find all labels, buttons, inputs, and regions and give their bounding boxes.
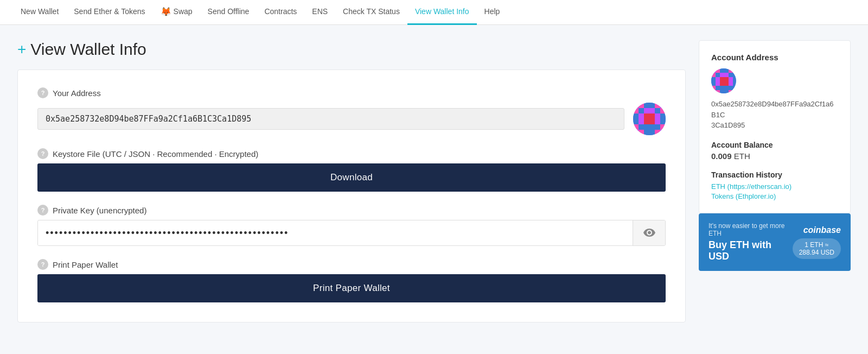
svg-rect-22: [649, 119, 655, 124]
navigation: New Wallet Send Ether & Tokens 🦊Swap Sen…: [0, 0, 868, 25]
svg-rect-34: [649, 130, 655, 135]
svg-rect-32: [639, 130, 644, 135]
svg-rect-10: [649, 108, 655, 113]
tx-eth-link[interactable]: ETH (https://etherscan.io): [711, 182, 838, 191]
keystore-field-row: ? Keystore File (UTC / JSON · Recommende…: [37, 148, 666, 192]
coinbase-banner[interactable]: It's now easier to get more ETH Buy ETH …: [699, 213, 851, 271]
main-section: + View Wallet Info ? Your Address: [17, 40, 686, 329]
svg-rect-3: [644, 103, 649, 108]
nav-swap[interactable]: 🦊Swap: [153, 0, 200, 25]
svg-rect-9: [644, 108, 649, 113]
page-title-row: + View Wallet Info: [17, 40, 686, 59]
svg-rect-2: [639, 103, 644, 108]
svg-rect-4: [649, 103, 655, 108]
nav-ens[interactable]: ENS: [304, 0, 335, 25]
tx-tokens-link[interactable]: Tokens (Ethplorer.io): [711, 192, 838, 200]
svg-rect-36: [660, 130, 666, 135]
svg-rect-28: [649, 124, 655, 130]
paper-wallet-label: Print Paper Wallet: [53, 260, 118, 269]
nav-view-wallet[interactable]: View Wallet Info: [407, 0, 477, 25]
svg-rect-13: [633, 113, 639, 119]
print-paper-wallet-button[interactable]: Print Paper Wallet: [37, 274, 666, 302]
address-input[interactable]: [37, 108, 624, 130]
keystore-help-icon[interactable]: ?: [37, 148, 48, 159]
svg-rect-20: [639, 119, 644, 124]
address-help-icon[interactable]: ?: [37, 87, 48, 98]
plus-icon: +: [17, 42, 26, 57]
private-key-dots: ••••••••••••••••••••••••••••••••••••••••…: [38, 221, 633, 245]
address-input-row: [37, 103, 666, 135]
account-balance-title: Account Balance: [711, 141, 838, 149]
identicon-large: [633, 103, 666, 135]
address-label: Your Address: [53, 88, 101, 98]
address-label-row: ? Your Address: [37, 87, 666, 98]
page-content: + View Wallet Info ? Your Address: [0, 25, 868, 344]
toggle-private-key-button[interactable]: [633, 220, 665, 245]
svg-rect-14: [639, 113, 644, 119]
svg-rect-11: [655, 108, 660, 113]
svg-rect-24: [660, 119, 666, 124]
svg-rect-30: [660, 124, 666, 130]
svg-rect-31: [633, 130, 639, 135]
private-key-label: Private Key (unencrypted): [53, 206, 146, 215]
swap-icon: 🦊: [161, 7, 171, 17]
coinbase-right: coinbase 1 ETH ≈ 288.94 USD: [793, 225, 841, 259]
svg-rect-35: [655, 130, 660, 135]
nav-help[interactable]: Help: [477, 0, 508, 25]
nav-contracts[interactable]: Contracts: [257, 0, 304, 25]
svg-rect-16: [649, 113, 655, 119]
keystore-label-row: ? Keystore File (UTC / JSON · Recommende…: [37, 148, 666, 159]
paper-wallet-field-row: ? Print Paper Wallet Print Paper Wallet: [37, 259, 666, 302]
svg-rect-17: [655, 113, 660, 119]
paper-wallet-help-icon[interactable]: ?: [37, 259, 48, 270]
private-key-input-row: ••••••••••••••••••••••••••••••••••••••••…: [37, 220, 666, 246]
svg-rect-63: [711, 90, 716, 93]
account-balance-value: 0.009 ETH: [711, 151, 838, 161]
svg-rect-21: [644, 119, 649, 124]
svg-rect-15: [644, 113, 649, 119]
coinbase-left: It's now easier to get more ETH Buy ETH …: [709, 222, 786, 262]
svg-rect-18: [660, 113, 666, 119]
svg-rect-23: [655, 119, 660, 124]
coinbase-main-text: Buy ETH with USD: [709, 239, 786, 262]
private-key-help-icon[interactable]: ?: [37, 205, 48, 216]
svg-rect-19: [633, 119, 639, 124]
svg-rect-29: [655, 124, 660, 130]
page-title: View Wallet Info: [30, 40, 146, 59]
svg-rect-26: [639, 124, 644, 130]
private-key-field-row: ? Private Key (unencrypted) ••••••••••••…: [37, 205, 666, 246]
nav-new-wallet[interactable]: New Wallet: [13, 0, 66, 25]
coinbase-tagline: It's now easier to get more ETH: [709, 222, 786, 237]
account-address-value: 0x5ae258732e8D94be87FFa9a2Cf1a6B1C3Ca1D8…: [711, 99, 838, 131]
svg-rect-27: [644, 124, 649, 130]
svg-rect-25: [633, 124, 639, 130]
download-button[interactable]: Download: [37, 163, 666, 192]
tx-history-title: Transaction History: [711, 170, 838, 179]
nav-check-tx[interactable]: Check TX Status: [335, 0, 407, 25]
coinbase-brand: coinbase: [803, 225, 841, 235]
svg-rect-1: [633, 103, 639, 108]
paper-wallet-label-row: ? Print Paper Wallet: [37, 259, 666, 270]
nav-send-offline[interactable]: Send Offline: [200, 0, 257, 25]
svg-rect-8: [639, 108, 644, 113]
svg-rect-6: [660, 103, 666, 108]
keystore-label: Keystore File (UTC / JSON · Recommended …: [53, 149, 258, 159]
svg-rect-33: [644, 130, 649, 135]
sidebar: Account Address: [699, 40, 851, 271]
wallet-card: ? Your Address: [17, 69, 686, 323]
account-address-title: Account Address: [711, 53, 838, 62]
coinbase-rate: 1 ETH ≈ 288.94 USD: [793, 238, 841, 259]
address-field-row: ? Your Address: [37, 87, 666, 135]
account-info-card: Account Address: [699, 40, 851, 213]
svg-rect-7: [633, 108, 639, 113]
svg-rect-5: [655, 103, 660, 108]
svg-rect-69: [711, 68, 736, 93]
nav-send-ether[interactable]: Send Ether & Tokens: [66, 0, 152, 25]
svg-rect-12: [660, 108, 666, 113]
eye-icon: [643, 229, 655, 237]
private-key-label-row: ? Private Key (unencrypted): [37, 205, 666, 216]
identicon-small: [711, 68, 736, 93]
